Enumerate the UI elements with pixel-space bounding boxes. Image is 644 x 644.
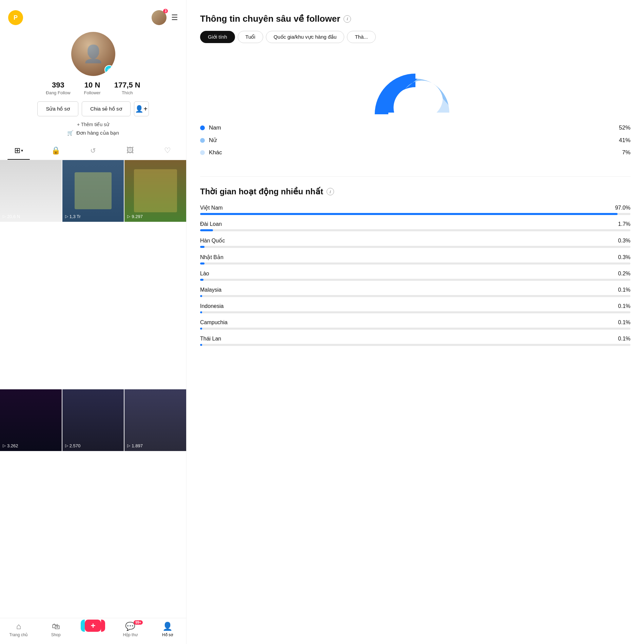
filter-gender[interactable]: Giới tính bbox=[200, 31, 235, 43]
filter-more[interactable]: Thà... bbox=[347, 31, 375, 43]
country-my-name: Malaysia bbox=[200, 287, 221, 293]
profile-avatar: 👤 + bbox=[71, 32, 115, 76]
album-icon: 🖼 bbox=[126, 146, 134, 155]
video-item-6[interactable]: ▷ 1.897 bbox=[124, 389, 186, 451]
legend-nam-left: Nam bbox=[200, 124, 221, 131]
play-icon: ▷ bbox=[65, 443, 68, 448]
follower-insights-text: Thông tin chuyên sâu về follower bbox=[200, 14, 340, 24]
country-vn-name: Việt Nam bbox=[200, 204, 223, 211]
video-item-5[interactable]: ▷ 2.570 bbox=[62, 389, 124, 451]
video-item-2[interactable]: ▷ 1,3 Tr bbox=[62, 160, 124, 222]
nav-home[interactable]: ⌂ Trang chủ bbox=[0, 622, 37, 637]
country-id-pct: 0.1% bbox=[618, 303, 630, 309]
bar-track-jp bbox=[200, 262, 630, 265]
country-vn: Việt Nam 97.0% bbox=[200, 204, 630, 215]
country-jp-pct: 0.3% bbox=[618, 254, 630, 260]
nam-label: Nam bbox=[209, 124, 221, 131]
follower-insights-title: Thông tin chuyên sâu về follower i bbox=[200, 14, 630, 24]
stat-followers[interactable]: 10 N Follower bbox=[84, 81, 101, 95]
play-icon: ▷ bbox=[3, 214, 6, 219]
plus-icon: + bbox=[91, 621, 95, 630]
country-my-header: Malaysia 0.1% bbox=[200, 287, 630, 293]
order-bar[interactable]: 🛒 Đơn hàng của bạn bbox=[67, 130, 119, 136]
nu-pct: 41% bbox=[619, 137, 630, 144]
play-icon: ▷ bbox=[3, 443, 6, 448]
country-kr-header: Hàn Quốc 0.3% bbox=[200, 237, 630, 244]
order-text: Đơn hàng của bạn bbox=[76, 130, 119, 136]
tab-lock[interactable]: 🔒 bbox=[37, 141, 75, 160]
nav-shop-label: Shop bbox=[51, 632, 61, 637]
bar-fill-th bbox=[200, 344, 202, 346]
nav-create[interactable]: + bbox=[75, 620, 112, 637]
bar-track-tw bbox=[200, 229, 630, 231]
video-item-1[interactable]: ▷ 20,6 N bbox=[0, 160, 62, 222]
filter-age[interactable]: Tuổi bbox=[238, 31, 263, 43]
nav-profile-label: Hồ sơ bbox=[162, 632, 173, 637]
p-icon: P bbox=[8, 10, 23, 25]
avatar-plus-button[interactable]: + bbox=[104, 65, 114, 75]
stat-following[interactable]: 393 Đang Follow bbox=[46, 81, 70, 95]
create-button[interactable]: + bbox=[85, 620, 101, 632]
bar-track-id bbox=[200, 311, 630, 313]
bar-track-kr bbox=[200, 246, 630, 248]
video-item-3[interactable]: ▷ 9.297 bbox=[124, 160, 186, 222]
khac-pct: 7% bbox=[622, 149, 630, 156]
bio-link[interactable]: + Thêm tiểu sử bbox=[77, 122, 109, 127]
bar-track-vn bbox=[200, 213, 630, 215]
following-label: Đang Follow bbox=[46, 90, 70, 95]
play-icon: ▷ bbox=[127, 443, 130, 448]
content-tabs: ⊞ ▾ 🔒 ↺ 🖼 ♡ bbox=[0, 141, 186, 160]
activity-title: Thời gian hoạt động nhiều nhất i bbox=[200, 187, 630, 196]
country-la-pct: 0.2% bbox=[618, 271, 630, 277]
nav-inbox[interactable]: 💬 99+ Hộp thư bbox=[112, 622, 149, 637]
cart-icon: 🛒 bbox=[67, 130, 74, 136]
country-kh-pct: 0.1% bbox=[618, 319, 630, 326]
tab-album[interactable]: 🖼 bbox=[112, 141, 149, 160]
filter-country[interactable]: Quốc gia/khu vực hàng đầu bbox=[266, 31, 345, 43]
country-tw-pct: 1.7% bbox=[618, 221, 630, 227]
chevron-down-icon: ▾ bbox=[21, 148, 23, 153]
heart-icon: ♡ bbox=[164, 146, 171, 155]
play-count-1: ▷ 20,6 N bbox=[3, 214, 20, 219]
play-icon: ▷ bbox=[65, 214, 68, 219]
menu-icon[interactable]: ☰ bbox=[171, 13, 178, 22]
country-jp-name: Nhật Bản bbox=[200, 254, 223, 260]
nav-profile[interactable]: 👤 Hồ sơ bbox=[149, 622, 186, 637]
likes-label: Thích bbox=[122, 90, 133, 95]
country-kr-name: Hàn Quốc bbox=[200, 237, 225, 244]
country-tw-name: Đài Loan bbox=[200, 221, 222, 227]
gender-legend: Nam 52% Nữ 41% Khác 7% bbox=[200, 124, 630, 156]
video-item-4[interactable]: ▷ 3.262 bbox=[0, 389, 62, 451]
stat-likes[interactable]: 177,5 N Thích bbox=[114, 81, 140, 95]
activity-title-text: Thời gian hoạt động nhiều nhất bbox=[200, 187, 323, 196]
country-tw: Đài Loan 1.7% bbox=[200, 221, 630, 231]
play-count-3: ▷ 9.297 bbox=[127, 214, 143, 219]
bar-fill-la bbox=[200, 279, 203, 281]
right-panel: Thông tin chuyên sâu về follower i Giới … bbox=[187, 0, 644, 644]
nav-shop[interactable]: 🛍 Shop bbox=[37, 622, 75, 637]
bar-fill-id bbox=[200, 311, 202, 313]
add-friend-button[interactable]: 👤+ bbox=[134, 101, 149, 116]
play-count-2: ▷ 1,3 Tr bbox=[65, 214, 81, 219]
bar-fill-vn bbox=[200, 213, 618, 215]
action-buttons: Sửa hồ sơ Chia sẻ hồ sơ 👤+ bbox=[37, 101, 149, 116]
activity-info-icon[interactable]: i bbox=[327, 188, 334, 195]
tab-liked[interactable]: ♡ bbox=[149, 141, 186, 160]
country-kr-pct: 0.3% bbox=[618, 238, 630, 244]
country-th: Thái Lan 0.1% bbox=[200, 336, 630, 346]
bar-fill-kr bbox=[200, 246, 204, 248]
country-id: Indonesia 0.1% bbox=[200, 303, 630, 313]
top-bar-left: P bbox=[8, 10, 23, 25]
bar-track-my bbox=[200, 295, 630, 297]
tab-grid[interactable]: ⊞ ▾ bbox=[0, 141, 37, 160]
nu-label: Nữ bbox=[209, 137, 217, 144]
bar-track-kh bbox=[200, 328, 630, 330]
play-count-4: ▷ 3.262 bbox=[3, 443, 18, 448]
followers-count: 10 N bbox=[84, 81, 100, 90]
country-tw-header: Đài Loan 1.7% bbox=[200, 221, 630, 227]
share-profile-button[interactable]: Chia sẻ hồ sơ bbox=[82, 101, 131, 116]
info-icon[interactable]: i bbox=[344, 15, 351, 23]
edit-profile-button[interactable]: Sửa hồ sơ bbox=[37, 101, 78, 116]
tab-repost[interactable]: ↺ bbox=[75, 141, 112, 160]
country-id-name: Indonesia bbox=[200, 303, 223, 309]
